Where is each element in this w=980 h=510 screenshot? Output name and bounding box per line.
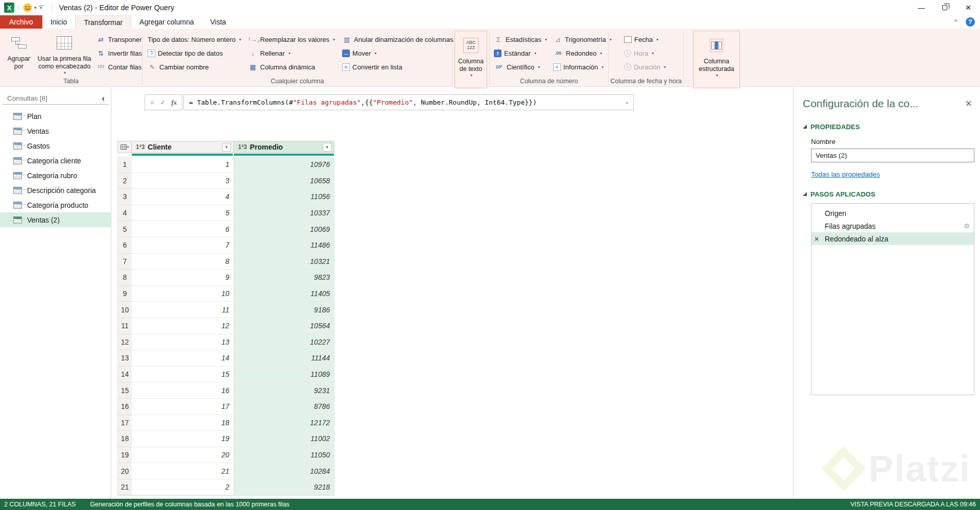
applied-step[interactable]: ×Redondeado al alza: [811, 232, 974, 245]
cell-cliente[interactable]: 14: [132, 350, 234, 367]
cell-promedio[interactable]: 10227: [234, 334, 334, 351]
tab-transformar[interactable]: Transformar: [75, 15, 131, 29]
cell-promedio[interactable]: 9218: [234, 479, 334, 496]
select-all-button[interactable]: ▾: [117, 141, 132, 153]
row-number[interactable]: 12: [117, 334, 132, 351]
detect-type-button[interactable]: ?Detectar tipo de datos: [148, 47, 241, 59]
date-button[interactable]: Fecha▾: [624, 34, 683, 45]
query-item[interactable]: Ventas: [0, 124, 111, 138]
cell-cliente[interactable]: 11: [132, 302, 234, 318]
cell-promedio[interactable]: 10658: [234, 173, 334, 189]
collapse-pane-icon[interactable]: ‹: [102, 95, 105, 102]
cell-cliente[interactable]: 6: [132, 221, 234, 237]
step-settings-gear-icon[interactable]: ⚙: [964, 222, 970, 230]
row-number[interactable]: 21: [117, 479, 132, 496]
cell-cliente[interactable]: 19: [132, 431, 234, 447]
query-item[interactable]: Categoría rubro: [0, 168, 111, 183]
cell-promedio[interactable]: 10976: [234, 157, 334, 173]
transpose-button[interactable]: ⇄Transponer: [97, 34, 142, 45]
quick-access-customize-icon[interactable]: ▾: [39, 6, 43, 10]
cell-cliente[interactable]: 5: [132, 205, 234, 222]
time-button[interactable]: Hora▾: [624, 47, 683, 59]
row-number[interactable]: 20: [117, 463, 132, 479]
query-item[interactable]: Ventas (2): [0, 212, 111, 227]
row-number[interactable]: 14: [117, 367, 132, 383]
cell-promedio[interactable]: 11486: [234, 237, 334, 254]
filter-dropdown-icon[interactable]: ▼: [222, 143, 231, 152]
cell-cliente[interactable]: 9: [132, 270, 234, 286]
cell-cliente[interactable]: 2: [132, 479, 234, 496]
minimize-button[interactable]: —: [910, 0, 933, 15]
applied-step[interactable]: Filas agrupadas⚙: [811, 220, 974, 232]
rounding-button[interactable]: .00Redondeo▾: [553, 47, 611, 59]
cell-promedio[interactable]: 9231: [234, 382, 334, 399]
statistics-button[interactable]: ΣEstadísticas▾: [494, 34, 547, 45]
query-item[interactable]: Categoría cliente: [0, 153, 111, 168]
query-name-input[interactable]: [811, 149, 974, 162]
query-item[interactable]: Gastos: [0, 138, 111, 153]
row-number[interactable]: 18: [117, 431, 132, 447]
close-pane-icon[interactable]: ×: [965, 99, 972, 108]
cell-promedio[interactable]: 11050: [234, 447, 334, 464]
row-number[interactable]: 2: [117, 173, 132, 189]
smiley-icon[interactable]: [23, 3, 32, 12]
tab-inicio[interactable]: Inicio: [42, 15, 76, 29]
cell-promedio[interactable]: 10564: [234, 318, 334, 334]
cell-promedio[interactable]: 11089: [234, 367, 334, 383]
tab-archivo[interactable]: Archivo: [0, 15, 42, 29]
help-icon[interactable]: ?: [966, 17, 975, 27]
row-number[interactable]: 13: [117, 350, 132, 367]
delete-step-icon[interactable]: ×: [815, 235, 825, 243]
column-header-promedio[interactable]: 1²3 Promedio ▼: [234, 141, 334, 153]
row-number[interactable]: 5: [117, 221, 132, 237]
cell-cliente[interactable]: 12: [132, 318, 234, 334]
data-type-button[interactable]: Tipo de datos: Número entero▾: [148, 34, 241, 45]
structured-column-button[interactable]: Columna estructurada▾: [693, 31, 740, 88]
cell-promedio[interactable]: 8786: [234, 399, 334, 415]
row-number[interactable]: 16: [117, 399, 132, 415]
cell-cliente[interactable]: 3: [132, 173, 234, 189]
unpivot-columns-button[interactable]: ▥Anular dinamización de columnas▾: [342, 34, 459, 45]
replace-values-button[interactable]: ¹→₂Reemplazar los valores▾: [248, 34, 335, 45]
row-number[interactable]: 8: [117, 270, 132, 286]
pivot-column-button[interactable]: ▦Columna dinámica: [248, 61, 335, 72]
cell-cliente[interactable]: 17: [132, 399, 234, 415]
row-number[interactable]: 1: [117, 157, 132, 173]
collapse-section-icon[interactable]: [803, 125, 807, 129]
query-item[interactable]: Categoría producto: [0, 198, 111, 212]
row-number[interactable]: 15: [117, 382, 132, 399]
cell-cliente[interactable]: 4: [132, 189, 234, 205]
row-number[interactable]: 11: [117, 318, 132, 334]
cell-cliente[interactable]: 16: [132, 382, 234, 399]
cell-promedio[interactable]: 9186: [234, 302, 334, 318]
cell-cliente[interactable]: 18: [132, 415, 234, 431]
cell-promedio[interactable]: 10337: [234, 205, 334, 222]
text-column-button[interactable]: ABC123 Columna de texto▾: [455, 31, 487, 88]
cell-promedio[interactable]: 11002: [234, 431, 334, 447]
row-number[interactable]: 7: [117, 254, 132, 270]
formula-input[interactable]: = Table.TransformColumns(#"Filas agrupad…: [183, 94, 634, 110]
column-header-cliente[interactable]: 1²3 Cliente ▼: [132, 141, 234, 153]
cell-cliente[interactable]: 8: [132, 254, 234, 270]
duration-button[interactable]: Duración▾: [624, 61, 683, 72]
reverse-rows-button[interactable]: ⇅Invertir filas: [97, 47, 142, 59]
applied-step[interactable]: Origen: [811, 207, 974, 220]
cell-promedio[interactable]: 10284: [234, 463, 334, 479]
restore-button[interactable]: [933, 0, 957, 15]
cell-cliente[interactable]: 20: [132, 447, 234, 464]
standard-button[interactable]: ±Estándar▾: [494, 47, 547, 59]
tab-vista[interactable]: Vista: [202, 15, 234, 29]
cell-promedio[interactable]: 11405: [234, 286, 334, 302]
cell-cliente[interactable]: 21: [132, 463, 234, 479]
row-number[interactable]: 3: [117, 189, 132, 205]
row-number[interactable]: 9: [117, 286, 132, 302]
count-rows-button[interactable]: ¹²³Contar filas: [97, 61, 142, 72]
row-number[interactable]: 6: [117, 237, 132, 254]
move-button[interactable]: ↔Mover▾: [342, 47, 459, 59]
filter-dropdown-icon[interactable]: ▼: [323, 143, 331, 152]
cell-promedio[interactable]: 9823: [234, 270, 334, 286]
fill-button[interactable]: ↓Rellenar▾: [248, 47, 335, 59]
cell-cliente[interactable]: 7: [132, 237, 234, 254]
expand-formula-icon[interactable]: ⌄: [625, 99, 629, 105]
close-button[interactable]: ×: [957, 0, 980, 15]
